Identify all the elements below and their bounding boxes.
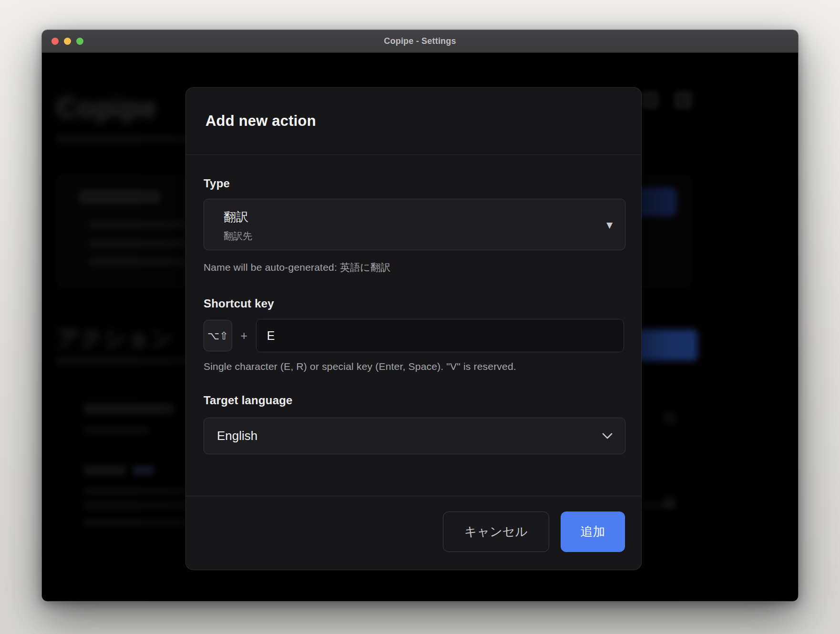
shortcut-key-input[interactable]	[256, 319, 624, 352]
language-select[interactable]: English	[204, 418, 625, 454]
zoom-button[interactable]	[76, 38, 83, 45]
minimize-button[interactable]	[64, 38, 71, 45]
titlebar[interactable]: Copipe - Settings	[42, 30, 798, 53]
dialog-header: Add new action	[186, 88, 641, 155]
shortcut-helper-text: Single character (E, R) or special key (…	[204, 361, 624, 372]
chevron-down-icon	[602, 433, 613, 441]
app-window: Copipe - Settings Copipe アクション	[41, 30, 799, 602]
language-select-value: English	[217, 429, 257, 443]
shortcut-row: ⌥⇧ +	[204, 319, 624, 352]
dialog-body: Type 翻訳 翻訳先 ▼ Name will be auto-generate…	[186, 155, 641, 496]
type-helper-text: Name will be auto-generated: 英語に翻訳	[204, 261, 624, 274]
plus-separator: +	[232, 329, 256, 343]
add-button[interactable]: 追加	[561, 511, 625, 552]
type-select-value: 翻訳	[224, 209, 596, 225]
dialog-title: Add new action	[205, 112, 316, 130]
type-select[interactable]: 翻訳 翻訳先 ▼	[204, 199, 625, 250]
add-action-dialog: Add new action Type 翻訳 翻訳先 ▼ Name will b…	[185, 87, 642, 570]
dialog-footer: キャンセル 追加	[186, 496, 641, 570]
window-body: Copipe アクション	[42, 53, 798, 602]
window-title: Copipe - Settings	[384, 36, 456, 46]
shortcut-label: Shortcut key	[204, 297, 624, 310]
type-label: Type	[204, 177, 624, 190]
modifier-key-button[interactable]: ⌥⇧	[204, 320, 232, 351]
dropdown-caret-icon: ▼	[606, 220, 613, 230]
close-button[interactable]	[51, 38, 59, 45]
type-select-subvalue: 翻訳先	[224, 230, 596, 243]
cancel-button[interactable]: キャンセル	[443, 511, 549, 552]
language-label: Target language	[204, 394, 624, 407]
option-shift-key-icon: ⌥⇧	[207, 330, 228, 342]
traffic-lights	[51, 30, 83, 52]
